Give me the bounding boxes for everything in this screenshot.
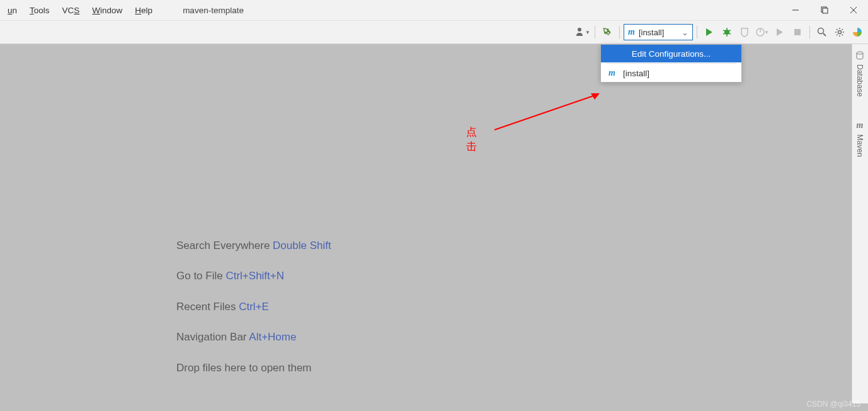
run-config-dropdown: Edit Configurations... m [install] bbox=[600, 44, 742, 83]
svg-line-10 bbox=[729, 30, 731, 31]
svg-line-9 bbox=[723, 30, 725, 31]
run-disabled-button bbox=[772, 24, 788, 40]
toolbar-divider bbox=[619, 26, 620, 38]
menu-run[interactable]: un bbox=[1, 6, 23, 15]
svg-rect-2 bbox=[823, 8, 828, 13]
database-icon bbox=[855, 50, 865, 61]
dropdown-install-label: [install] bbox=[623, 69, 649, 78]
build-icon[interactable] bbox=[599, 24, 615, 40]
menu-tools[interactable]: Tools bbox=[23, 6, 56, 15]
svg-rect-15 bbox=[794, 29, 801, 35]
svg-line-11 bbox=[723, 33, 725, 34]
svg-point-6 bbox=[724, 30, 729, 35]
project-name: maven-template bbox=[183, 6, 244, 15]
run-configuration-selector[interactable]: m [install] ⌄ bbox=[624, 24, 693, 40]
edit-configurations-item[interactable]: Edit Configurations... bbox=[601, 45, 741, 62]
svg-line-12 bbox=[729, 33, 731, 34]
minimize-button[interactable] bbox=[781, 0, 810, 20]
coverage-button[interactable] bbox=[736, 24, 753, 40]
profile-button[interactable]: ▼ bbox=[754, 24, 770, 40]
svg-point-5 bbox=[578, 28, 581, 32]
toolbar-divider bbox=[809, 26, 810, 38]
menu-help[interactable]: Help bbox=[128, 6, 159, 15]
right-tool-tabs: Database m Maven bbox=[852, 44, 868, 403]
maven-tab[interactable]: m Maven bbox=[852, 114, 867, 163]
svg-line-17 bbox=[823, 33, 826, 36]
run-config-label: [install] bbox=[639, 28, 664, 37]
chevron-down-icon: ⌄ bbox=[682, 28, 688, 37]
svg-line-26 bbox=[842, 29, 843, 30]
search-button[interactable] bbox=[814, 24, 830, 40]
dropdown-install-item[interactable]: m [install] bbox=[601, 64, 741, 82]
database-tab[interactable]: Database bbox=[852, 44, 867, 103]
settings-button[interactable] bbox=[831, 24, 848, 40]
close-button[interactable] bbox=[839, 0, 868, 20]
menu-bar: un Tools VCS Window Help maven-template bbox=[0, 0, 868, 21]
editor-empty-area[interactable]: Search Everywhere Double Shift Go to Fil… bbox=[0, 44, 852, 403]
maven-icon: m bbox=[608, 68, 615, 78]
toolbar-divider bbox=[697, 26, 697, 38]
debug-button[interactable] bbox=[719, 24, 735, 40]
svg-line-25 bbox=[837, 35, 838, 36]
dropdown-separator bbox=[606, 63, 736, 64]
main-toolbar: ▼ m [install] ⌄ ▼ bbox=[0, 21, 868, 44]
svg-point-27 bbox=[857, 52, 863, 54]
toolbar-divider bbox=[595, 26, 595, 38]
svg-line-23 bbox=[837, 29, 838, 30]
product-icon[interactable] bbox=[849, 24, 865, 40]
maximize-button[interactable] bbox=[810, 0, 839, 20]
menu-window[interactable]: Window bbox=[86, 6, 128, 15]
window-controls bbox=[781, 0, 868, 20]
stop-button bbox=[789, 24, 806, 40]
svg-point-16 bbox=[818, 28, 824, 34]
maven-icon: m bbox=[628, 27, 635, 37]
svg-line-24 bbox=[842, 35, 843, 36]
watermark: CSDN @qi3415 bbox=[806, 400, 860, 408]
menu-vcs[interactable]: VCS bbox=[56, 6, 86, 15]
svg-point-18 bbox=[838, 31, 842, 34]
maven-icon: m bbox=[855, 120, 865, 130]
run-button[interactable] bbox=[701, 24, 717, 40]
empty-state-hints: Search Everywhere Double Shift Go to Fil… bbox=[176, 231, 331, 383]
user-icon[interactable]: ▼ bbox=[574, 24, 591, 40]
